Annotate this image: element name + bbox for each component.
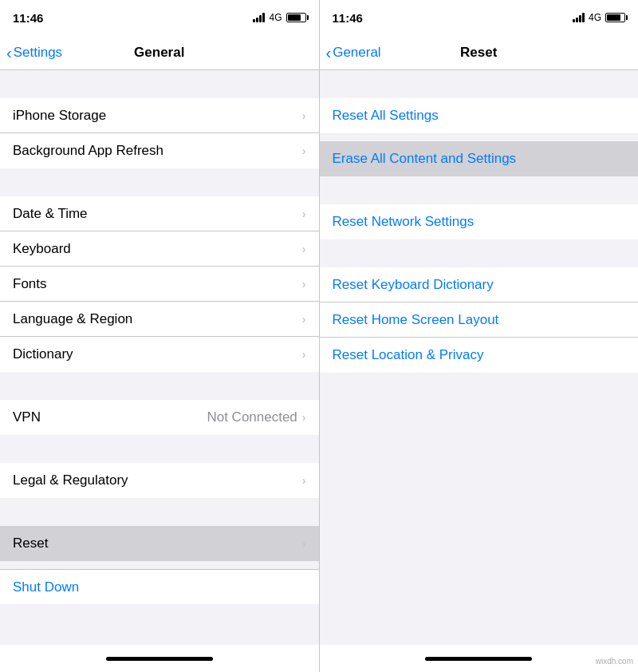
reset-location-privacy-item[interactable]: Reset Location & Privacy [320,338,639,373]
erase-all-content-item[interactable]: Erase All Content and Settings [320,141,639,176]
spacer-2 [0,168,319,196]
language-region-item[interactable]: Language & Region › [0,302,319,337]
reset-location-privacy-label: Reset Location & Privacy [333,347,484,363]
right-panel: 11:46 4G ‹ General Reset [320,0,639,672]
left-status-time: 11:46 [13,11,43,25]
keyboard-chevron-icon: › [302,243,306,255]
bar4 [262,13,265,22]
spacer-1 [0,70,319,98]
legal-chevron-icon: › [302,474,306,487]
left-nav-bar: ‹ Settings General [0,35,319,70]
signal-bars-icon [253,13,265,22]
dictionary-chevron-icon: › [302,348,306,361]
reset-keyboard-dict-item[interactable]: Reset Keyboard Dictionary [320,267,639,302]
rbar1 [573,19,575,22]
keyboard-label: Keyboard [13,241,71,257]
reset-item[interactable]: Reset › [0,526,319,561]
rbar3 [579,15,581,22]
legal-regulatory-item[interactable]: Legal & Regulatory › [0,463,319,498]
reset-home-screen-item[interactable]: Reset Home Screen Layout [320,302,639,338]
fonts-label: Fonts [13,276,47,292]
right-back-label: General [333,45,380,61]
watermark: wixdh.com [596,657,633,666]
legal-section: Legal & Regulatory › [0,463,319,498]
vpn-section: VPN Not Connected › [0,400,319,435]
iphone-storage-item[interactable]: iPhone Storage › [0,98,319,133]
keyboard-home-section: Reset Keyboard Dictionary Reset Home Scr… [320,267,639,373]
reset-network-label: Reset Network Settings [333,214,475,230]
left-home-bar [106,657,213,661]
right-nav-bar: ‹ General Reset [320,35,639,70]
left-back-button[interactable]: ‹ Settings [6,45,62,61]
background-chevron-icon: › [302,144,306,157]
right-battery-fill [607,14,620,21]
right-battery-icon [605,13,625,22]
language-region-label: Language & Region [13,311,132,327]
vpn-value: Not Connected [207,409,297,425]
reset-all-settings-item[interactable]: Reset All Settings [320,98,639,133]
fonts-chevron-icon: › [302,278,306,291]
dictionary-label: Dictionary [13,346,73,362]
left-back-chevron-icon: ‹ [6,45,12,61]
left-home-indicator [0,645,319,672]
left-nav-title: General [134,45,184,61]
rbar4 [582,13,585,22]
rbar2 [576,18,578,22]
right-status-icons: 4G [573,12,625,23]
r-spacer-3 [320,239,639,267]
spacer-7 [0,604,319,632]
reset-section: Reset › [0,526,319,561]
bar3 [259,15,262,22]
right-network-label: 4G [589,12,601,23]
datetime-section: Date & Time › Keyboard › Fonts › Languag… [0,196,319,372]
r-bottom-spacer [320,373,639,612]
left-content: iPhone Storage › Background App Refresh … [0,70,319,645]
date-time-label: Date & Time [13,206,88,222]
battery-fill [288,14,301,21]
bar1 [253,19,255,22]
left-network-label: 4G [269,12,282,23]
right-home-indicator [320,645,639,672]
background-app-refresh-item[interactable]: Background App Refresh › [0,133,319,168]
vpn-label: VPN [13,409,41,425]
shut-down-item[interactable]: Shut Down [0,569,319,604]
battery-icon [286,13,306,22]
left-panel: 11:46 4G ‹ Settings General [0,0,319,672]
left-back-label: Settings [14,45,62,61]
r-spacer-1b [320,133,639,141]
vpn-item[interactable]: VPN Not Connected › [0,400,319,435]
spacer-4 [0,435,319,463]
reset-all-section: Reset All Settings [320,98,639,133]
vpn-chevron-icon: › [302,411,306,424]
right-signal-bars-icon [573,13,585,22]
iphone-storage-label: iPhone Storage [13,108,106,124]
storage-refresh-section: iPhone Storage › Background App Refresh … [0,98,319,168]
bar2 [256,18,258,22]
right-back-chevron-icon: ‹ [326,45,332,61]
date-time-chevron-icon: › [302,208,306,220]
reset-network-section: Reset Network Settings [320,204,639,239]
spacer-5 [0,498,319,526]
right-content: Reset All Settings Erase All Content and… [320,70,639,645]
right-nav-title: Reset [460,45,497,61]
spacer-3 [0,372,319,400]
reset-all-settings-label: Reset All Settings [333,108,439,124]
fonts-item[interactable]: Fonts › [0,267,319,302]
r-spacer-2 [320,176,639,204]
language-region-chevron-icon: › [302,313,306,326]
date-time-item[interactable]: Date & Time › [0,196,319,231]
right-back-button[interactable]: ‹ General [326,45,381,61]
reset-network-item[interactable]: Reset Network Settings [320,204,639,239]
r-spacer-1 [320,70,639,98]
erase-section: Erase All Content and Settings [320,141,639,176]
shutdown-section: Shut Down [0,569,319,604]
reset-chevron-icon: › [302,537,306,550]
reset-keyboard-dict-label: Reset Keyboard Dictionary [333,277,494,293]
right-home-bar [425,657,532,661]
reset-home-screen-label: Reset Home Screen Layout [333,312,499,328]
keyboard-item[interactable]: Keyboard › [0,231,319,267]
erase-all-content-label: Erase All Content and Settings [333,151,517,167]
iphone-storage-chevron-icon: › [302,109,306,122]
reset-label: Reset [13,536,48,551]
dictionary-item[interactable]: Dictionary › [0,337,319,372]
